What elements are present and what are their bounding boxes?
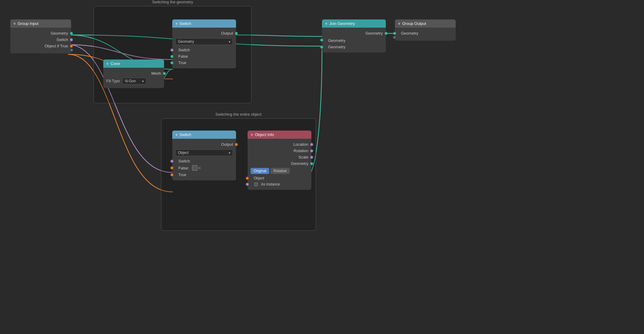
label-switch-top-true: True [178, 60, 186, 65]
node-join-geometry-body: Geometry Geometry Geometry [322, 28, 386, 53]
socket-gi-empty-out[interactable] [70, 49, 73, 51]
socket-objinfo-rotation-out[interactable] [310, 149, 313, 152]
node-object-info-header[interactable]: ∨ Object Info [248, 131, 311, 139]
row-objinfo-location: Location [248, 141, 311, 148]
node-switch-top: ∨ Switch Output Geometry ▾ Switch False … [172, 19, 236, 68]
row-switch-bot-output: Output [172, 141, 236, 148]
row-objinfo-geometry: Geometry [248, 160, 311, 167]
socket-objinfo-location-out[interactable] [310, 143, 313, 146]
row-switch-top-false: False [172, 53, 236, 60]
row-objinfo-scale: Scale [248, 154, 311, 160]
row-go-geometry: Geometry [395, 30, 456, 36]
node-switch-top-title: Switch [180, 21, 191, 26]
label-switch-top-false: False [178, 54, 188, 59]
chevron-icon: ∨ [13, 22, 16, 26]
socket-switch-top-false-in[interactable] [170, 55, 173, 58]
chevron-icon-objinfo: ∨ [251, 133, 253, 137]
cone-filltype-dropdown[interactable]: N-Gon ▾ [122, 78, 146, 84]
label-objinfo-rotation: Rotation [294, 148, 308, 153]
socket-join-geometry-in2[interactable] [320, 46, 323, 49]
label-cone-mesh: Mesh [151, 71, 161, 76]
dropdown-arrow-icon-bot: ▾ [229, 151, 230, 155]
label-objinfo-geometry: Geometry [291, 161, 308, 166]
label-gi-geometry: Geometry [51, 31, 68, 36]
chevron-icon-switch-bot: ∨ [175, 133, 178, 137]
socket-switch-top-true-in[interactable] [170, 61, 173, 64]
node-switch-bottom-body: Output Object ▾ Switch False: ⌗ T [172, 139, 236, 180]
cone-filltype-value: N-Gon [125, 79, 135, 83]
btn-relative[interactable]: Relative [270, 168, 289, 174]
false-obj-icon[interactable] [192, 165, 197, 171]
socket-gi-geometry-out[interactable] [70, 32, 73, 35]
row-objinfo-rotation: Rotation [248, 148, 311, 154]
row-objinfo-asinstance: As Instance [248, 181, 311, 187]
socket-switch-bot-true-in[interactable] [170, 173, 173, 176]
dropper-icon[interactable]: ⌗ [198, 165, 201, 171]
cone-filltype-row: Fill Type N-Gon ▾ [103, 77, 164, 86]
row-gi-empty [10, 49, 71, 51]
row-cone-mesh: Mesh [103, 70, 164, 77]
checkbox-asinstance[interactable] [254, 182, 258, 186]
row-switch-bot-switch: Switch [172, 158, 236, 164]
socket-objinfo-geometry-out[interactable] [310, 162, 313, 165]
label-switch-bot-switch: Switch [178, 159, 190, 163]
node-group-output-header[interactable]: ∨ Group Output [395, 19, 456, 28]
frame-geometry-label: Switching the geometry [152, 0, 193, 4]
label-switch-bot-output: Output [221, 142, 233, 147]
row-join-geometry-in2: Geometry [322, 44, 386, 50]
switch-top-dropdown-row: Geometry ▾ [172, 36, 236, 47]
socket-join-geometry-in1[interactable] [320, 39, 323, 42]
btn-original[interactable]: Original [251, 168, 269, 174]
socket-switch-top-output[interactable] [235, 32, 238, 35]
row-switch-top-output: Output [172, 30, 236, 36]
node-switch-top-body: Output Geometry ▾ Switch False True [172, 28, 236, 68]
socket-switch-bot-switch-in[interactable] [170, 160, 173, 163]
label-switch-top-output: Output [221, 31, 233, 36]
socket-go-empty-in[interactable] [393, 36, 396, 39]
chevron-icon-group-out: ∨ [398, 22, 400, 26]
switch-bot-dropdown-value: Object [178, 151, 189, 155]
row-join-geometry-out: Geometry [322, 30, 386, 36]
node-cone-header[interactable]: ∨ Cone [103, 60, 164, 68]
label-cone-filltype: Fill Type [106, 79, 120, 83]
socket-cone-mesh-out[interactable] [163, 72, 166, 75]
node-cone: ∨ Cone Mesh Fill Type N-Gon ▾ [103, 60, 164, 88]
node-switch-top-header[interactable]: ∨ Switch [172, 19, 236, 28]
socket-gi-objectiftrue-out[interactable] [70, 45, 73, 48]
row-switch-top-switch: Switch [172, 47, 236, 53]
node-switch-bottom: ∨ Switch Output Object ▾ Switch False: ⌗ [172, 131, 236, 180]
chevron-icon-switch-top: ∨ [175, 22, 178, 26]
node-group-input: ∨ Group Input Geometry Switch Object if … [10, 19, 71, 53]
socket-switch-top-switch-in[interactable] [170, 49, 173, 52]
socket-objinfo-scale-out[interactable] [310, 156, 313, 159]
node-group-output-title: Group Output [402, 21, 426, 26]
label-switch-top-switch: Switch [178, 48, 190, 52]
switch-top-dropdown[interactable]: Geometry ▾ [175, 38, 233, 45]
socket-objinfo-asinstance-in[interactable] [246, 183, 249, 186]
socket-switch-bot-output[interactable] [235, 143, 238, 146]
label-gi-objectiftrue: Object if True [45, 44, 68, 48]
label-objinfo-object: Object [254, 176, 264, 180]
node-join-geometry-header[interactable]: ∨ Join Geometry [322, 19, 386, 28]
label-go-geometry: Geometry [401, 31, 418, 36]
row-gi-objectiftrue: Object if True [10, 43, 71, 49]
node-join-geometry-title: Join Geometry [329, 21, 355, 26]
row-switch-top-true: True [172, 60, 236, 66]
socket-switch-bot-false-in[interactable] [170, 166, 173, 169]
switch-bot-dropdown[interactable]: Object ▾ [175, 149, 233, 156]
label-objinfo-location: Location [293, 142, 308, 147]
node-switch-bottom-header[interactable]: ∨ Switch [172, 131, 236, 139]
socket-gi-switch-out[interactable] [70, 38, 73, 41]
socket-go-geometry-in[interactable] [393, 32, 396, 35]
label-objinfo-scale: Scale [298, 155, 308, 159]
socket-join-geometry-out[interactable] [385, 32, 388, 35]
node-group-input-header[interactable]: ∨ Group Input [10, 19, 71, 28]
node-object-info: ∨ Object Info Location Rotation Scale Ge… [248, 131, 311, 190]
label-objinfo-asinstance: As Instance [261, 182, 280, 186]
frame-object-label: Switching the entire object [215, 112, 262, 117]
dropdown-arrow-icon-cone: ▾ [142, 80, 144, 83]
socket-objinfo-object-in[interactable] [246, 177, 249, 180]
node-object-info-title: Object Info [255, 132, 274, 137]
row-gi-switch: Switch [10, 36, 71, 43]
switch-top-dropdown-value: Geometry [178, 39, 194, 44]
